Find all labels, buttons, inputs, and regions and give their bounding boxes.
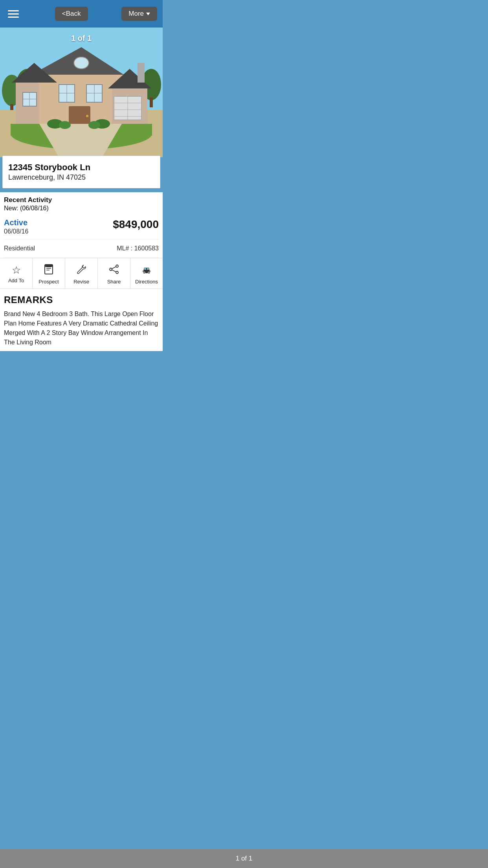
revise-button[interactable]: Revise xyxy=(65,258,98,289)
listing-price: $849,000 xyxy=(113,218,159,231)
property-type: Residential xyxy=(4,245,35,252)
property-info-row: Residential ML# : 1600583 xyxy=(4,239,159,258)
revise-label: Revise xyxy=(73,279,89,285)
add-to-label: Add To xyxy=(8,278,24,283)
more-button[interactable]: More xyxy=(121,7,157,21)
house-illustration xyxy=(0,28,163,157)
star-icon: ☆ xyxy=(12,265,21,275)
listing-status: Active xyxy=(4,218,28,227)
svg-rect-17 xyxy=(138,63,145,83)
directions-button[interactable]: Directions xyxy=(130,258,163,289)
svg-rect-51 xyxy=(147,268,149,270)
status-info: Active 06/08/16 xyxy=(4,218,28,235)
photo-counter: 1 of 1 xyxy=(71,34,92,43)
svg-point-39 xyxy=(88,121,100,129)
app-header: <Back More xyxy=(0,0,163,28)
back-button[interactable]: <Back xyxy=(55,7,88,21)
directions-label: Directions xyxy=(135,279,158,285)
wrench-icon xyxy=(76,264,87,276)
svg-rect-55 xyxy=(150,270,151,272)
svg-line-48 xyxy=(112,267,116,269)
svg-point-53 xyxy=(148,272,150,274)
main-content: Recent Activity New: (06/08/16) Active 0… xyxy=(0,192,163,258)
svg-point-38 xyxy=(59,121,71,129)
share-button[interactable]: Share xyxy=(98,258,130,289)
svg-point-52 xyxy=(143,272,145,274)
svg-point-46 xyxy=(110,268,112,270)
prospect-icon xyxy=(43,264,54,276)
new-date: New: (06/08/16) xyxy=(4,205,159,212)
remarks-text: Brand New 4 Bedroom 3 Bath. This Large O… xyxy=(4,309,159,347)
chevron-down-icon xyxy=(146,13,150,15)
svg-point-47 xyxy=(116,271,118,274)
car-icon xyxy=(141,264,152,276)
svg-point-45 xyxy=(116,265,118,267)
action-buttons-bar: ☆ Add To Prospect Revise xyxy=(0,258,163,289)
svg-rect-50 xyxy=(144,268,146,270)
svg-line-49 xyxy=(112,270,116,272)
address-street: 12345 Storybook Ln xyxy=(8,162,154,173)
prospect-label: Prospect xyxy=(39,279,59,285)
share-label: Share xyxy=(107,279,121,285)
svg-rect-24 xyxy=(74,57,89,69)
share-icon xyxy=(108,264,119,276)
property-photo xyxy=(0,28,163,157)
remarks-title: Remarks xyxy=(4,294,159,305)
address-city-state-zip: Lawrenceburg, IN 47025 xyxy=(8,173,154,182)
status-row: Active 06/08/16 $849,000 xyxy=(4,216,159,239)
remarks-section: Remarks Brand New 4 Bedroom 3 Bath. This… xyxy=(0,289,163,351)
address-card: 12345 Storybook Ln Lawrenceburg, IN 4702… xyxy=(2,156,160,188)
hamburger-menu-button[interactable] xyxy=(6,8,21,20)
svg-rect-6 xyxy=(150,97,153,107)
photo-container[interactable]: 1 of 1 xyxy=(0,28,163,157)
ml-number: ML# : 1600583 xyxy=(117,245,159,252)
add-to-button[interactable]: ☆ Add To xyxy=(0,258,33,289)
recent-activity-label: Recent Activity xyxy=(4,196,159,204)
listing-date: 06/08/16 xyxy=(4,228,28,235)
svg-rect-54 xyxy=(142,270,143,272)
svg-point-26 xyxy=(86,115,88,117)
svg-rect-44 xyxy=(45,265,52,267)
prospect-button[interactable]: Prospect xyxy=(33,258,65,289)
